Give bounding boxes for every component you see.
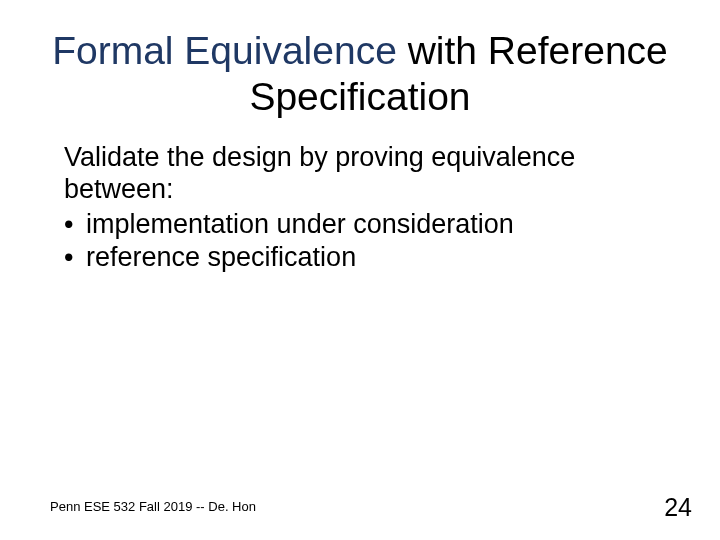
- bullet-list: implementation under consideration refer…: [64, 208, 660, 274]
- footer-attribution: Penn ESE 532 Fall 2019 -- De. Hon: [50, 499, 256, 514]
- page-number: 24: [664, 493, 692, 522]
- slide-body: Validate the design by proving equivalen…: [64, 142, 660, 274]
- lead-text: Validate the design by proving equivalen…: [64, 142, 660, 206]
- slide: Formal Equivalence with Reference Specif…: [0, 0, 720, 540]
- slide-title: Formal Equivalence with Reference Specif…: [50, 28, 670, 120]
- list-item: implementation under consideration: [64, 208, 660, 241]
- list-item: reference specification: [64, 241, 660, 274]
- title-emphasis: Formal Equivalence: [52, 29, 397, 72]
